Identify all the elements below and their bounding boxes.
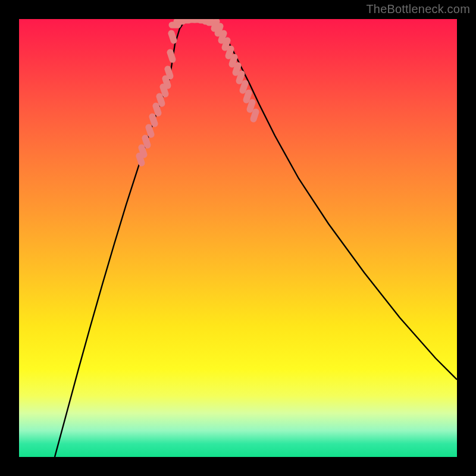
chart-frame: TheBottleneck.com [0,0,476,476]
marker-segment [253,112,256,119]
marker-segment [170,52,173,60]
marker-segment [139,156,142,163]
marker-segment [149,127,151,134]
marker-segment [156,106,158,113]
marker-segment [232,57,234,64]
bottleneck-curve [55,19,457,457]
marker-segment [221,33,224,40]
marker-segment [250,102,252,109]
marker-segment [163,87,165,94]
marker-segment [159,96,162,104]
marker-segment [152,117,155,124]
marker-segment [239,74,242,81]
marker-segment [236,65,238,73]
marker-segment [218,26,220,33]
marker-segment [165,79,168,86]
marker-segment [243,83,245,90]
marker-segment [246,93,249,100]
marker-segment [145,138,148,145]
marker-segment [228,49,231,56]
marker-segment [214,21,217,29]
data-markers [139,20,256,163]
watermark-text: TheBottleneck.com [366,2,470,16]
plot-area [19,19,457,457]
marker-segment [168,69,170,76]
marker-segment [171,33,174,40]
marker-segment [225,40,227,48]
bottleneck-curve-svg [19,19,457,457]
marker-segment [142,148,144,155]
